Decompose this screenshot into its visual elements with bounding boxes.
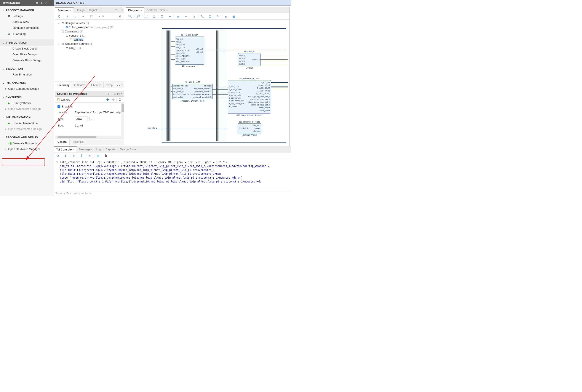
tab-reports[interactable]: Reports [103, 146, 118, 152]
expand-all-icon[interactable]: ≑ [73, 14, 78, 19]
add-ip-icon[interactable]: ＋ [183, 14, 188, 19]
collapse-icon[interactable]: ⇟ [63, 153, 68, 158]
gear-icon[interactable]: ⚙ [118, 14, 123, 19]
close-icon[interactable]: × [166, 9, 168, 12]
refresh-icon[interactable]: ↻ [215, 14, 220, 19]
optimize-icon[interactable]: ⎌ [223, 14, 228, 19]
ip-block-xlconcat[interactable]: xlconcat_0 Concat In0[0:0]In1[0:0]In2[0:… [238, 53, 260, 66]
help-icon[interactable]: ? [44, 1, 48, 4]
section-simulation[interactable]: ⌄SIMULATION [0, 66, 54, 72]
port[interactable]: M01_AXI [196, 51, 203, 53]
close-icon[interactable]: × [70, 9, 71, 12]
nav-settings[interactable]: ⚙Settings [0, 13, 54, 19]
info-icon[interactable]: ⁇ [89, 14, 94, 19]
nav-run-implementation[interactable]: ▶Run Implementation [0, 120, 54, 126]
port[interactable]: In3[0:0] [239, 63, 245, 65]
next-icon[interactable]: 🡆 [111, 98, 115, 102]
tab-tcl-console[interactable]: Tcl Console× [54, 146, 77, 152]
layout-icon[interactable]: ▦ [231, 14, 236, 19]
port[interactable]: S_AXIS_S2MM [257, 87, 270, 89]
nav-ip-catalog[interactable]: ⧉IP Catalog [0, 31, 54, 37]
port[interactable]: mm2s_prmry_reset_out_n [248, 95, 270, 98]
tree-item-top-xdc[interactable]: top.xdc [57, 38, 122, 42]
zoom-out-icon[interactable]: 🔎 [135, 14, 140, 19]
section-synthesis[interactable]: ⌄SYNTHESIS [0, 94, 54, 100]
port[interactable]: s2mm_sts_reset_out_n [251, 104, 270, 106]
tab-hierarchy[interactable]: Hierarchy [55, 82, 72, 88]
port[interactable]: m_axi_mm2s_aclk [229, 100, 244, 102]
port[interactable]: bus_struct_reset[0:0] [194, 88, 212, 90]
port[interactable]: s2mm_introut [259, 110, 270, 112]
tab-sources[interactable]: Sources× [55, 7, 74, 13]
help-icon[interactable]: ? [116, 9, 117, 12]
zoom-in-icon[interactable]: 🔍 [127, 14, 132, 19]
ip-block-rst[interactable]: rst_ps7_0_50M Processor System Reset slo… [172, 84, 212, 99]
port[interactable]: S_AXI_LITE [229, 86, 239, 88]
port[interactable]: ext_reset_in [174, 88, 183, 90]
paste-icon[interactable]: ▤ [95, 153, 100, 158]
port[interactable]: locked [255, 127, 260, 130]
pause-icon[interactable]: ‖ [79, 153, 84, 158]
nav-left-icon[interactable]: ◂ [117, 84, 118, 87]
enabled-checkbox[interactable] [58, 105, 60, 108]
section-program-and-debug[interactable]: ⌄PROGRAM AND DEBUG [0, 134, 54, 140]
port[interactable]: S00_AXI [176, 38, 183, 40]
port[interactable]: M_AXI_SG [260, 81, 270, 84]
port[interactable]: clk_out1 [254, 124, 260, 127]
tab-properties[interactable]: Properties [70, 139, 86, 145]
tab-address-editor[interactable]: Address Editor× [144, 7, 170, 13]
tcl-input[interactable]: Type a Tcl command here [54, 191, 291, 196]
tab-general[interactable]: General [55, 139, 70, 145]
regenerate-icon[interactable]: ◈ [175, 14, 180, 19]
port[interactable]: In1[0:0] [239, 57, 245, 60]
nav-generate-bitstream[interactable]: ⬇▮Generate Bitstream [0, 140, 54, 146]
nav-open-elaborated-design[interactable]: ›Open Elaborated Design [0, 86, 54, 92]
ext-port-sys-clk[interactable]: sys_clk [148, 127, 158, 129]
popout-icon[interactable]: ◳ [117, 92, 120, 95]
port[interactable]: mm2s_introut [259, 106, 270, 109]
scrollbar[interactable] [121, 103, 124, 136]
gear-icon[interactable]: ⚙ [118, 98, 122, 102]
nav-open-implemented-design[interactable]: ›Open Implemented Design [0, 126, 54, 132]
prev-icon[interactable]: 🡄 [106, 98, 110, 102]
tab-diagram[interactable]: Diagram× [126, 7, 144, 13]
port[interactable]: M_AXIS_CNTRL [256, 92, 270, 95]
add-icon[interactable]: ＋ [81, 14, 86, 19]
port[interactable]: ARESETN [176, 44, 185, 46]
ip-block-dma[interactable]: axi_ethernet_0_dma AXI Direct Memory Acc… [228, 80, 271, 114]
port[interactable]: dout[3:0] [252, 58, 260, 61]
nav-open-block-design[interactable]: Open Block Design [0, 52, 54, 57]
port[interactable]: mb_debug_sys_rst [174, 93, 189, 95]
section-rtl-analysis[interactable]: ⌄RTL ANALYSIS [0, 80, 54, 86]
minimize-icon[interactable]: — [48, 1, 52, 4]
diagram-canvas[interactable]: sys_clk ps7_0_axi_periph AXI Interconnec… [126, 20, 290, 146]
tab-compile[interactable]: Comp [104, 82, 115, 88]
copy-icon[interactable]: ⎘ [87, 153, 92, 158]
tab-design[interactable]: Design [74, 7, 87, 13]
tcl-output[interactable]: ⊟make_wrapper: Time (s): cpu = 00:00:13 … [54, 159, 291, 191]
port[interactable]: s_axi_lite_aclk [229, 94, 241, 96]
maximize-icon[interactable]: □ [121, 9, 123, 12]
search-icon[interactable]: Q [55, 153, 60, 158]
nav-language-templates[interactable]: Language Templates [0, 25, 54, 31]
nav-create-block-design[interactable]: Create Block Design [0, 46, 54, 52]
port[interactable]: peripheral_aresetn[0:0] [193, 96, 212, 98]
collapse-all-icon[interactable]: ⇟ [65, 14, 70, 19]
port[interactable]: clk_out2 [254, 130, 260, 132]
restore-icon[interactable]: □ [114, 92, 116, 95]
port[interactable]: S_AXIS_STS [229, 91, 240, 94]
port[interactable]: M00_AXI [196, 48, 203, 50]
nav-run-simulation[interactable]: Run Simulation [0, 72, 54, 78]
wrench-icon[interactable]: 🔧 [199, 14, 204, 19]
port[interactable]: M01_ARESETN [176, 60, 189, 63]
expand-icon[interactable]: ≑ [71, 153, 76, 158]
minimize-icon[interactable]: — [118, 9, 120, 12]
scrollbar-horizontal[interactable] [55, 136, 124, 138]
port[interactable]: m_axi_s2mm_aclk [229, 102, 244, 105]
port[interactable]: ACLK [176, 41, 181, 43]
make-connection-icon[interactable]: ⇲ [191, 14, 196, 19]
port[interactable]: M01_ACLK [176, 58, 185, 60]
type-input[interactable] [75, 116, 88, 121]
nav-right-icon[interactable]: ▸ [119, 84, 120, 87]
menu-icon[interactable]: ≡ [121, 84, 123, 87]
